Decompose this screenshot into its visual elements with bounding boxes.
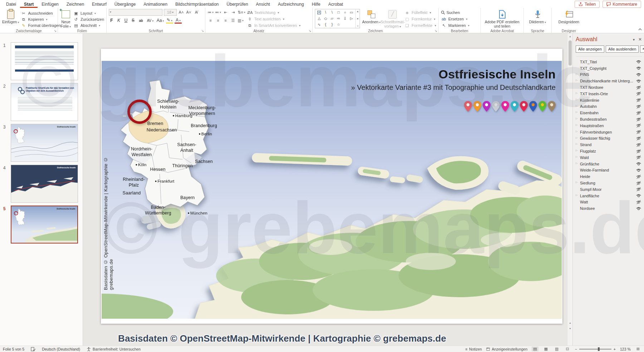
selection-item[interactable]: ▷Flugplatz xyxy=(576,148,642,154)
shape-icon-1[interactable]: \ xyxy=(325,11,326,14)
map-pin-icon-7[interactable] xyxy=(529,101,537,114)
expander-icon[interactable]: ▷ xyxy=(576,79,577,82)
ribbon-tab-überprüfen[interactable]: Überprüfen xyxy=(223,1,252,8)
eye-off-icon[interactable] xyxy=(635,117,642,122)
eye-off-icon[interactable] xyxy=(635,98,642,102)
eye-off-icon[interactable] xyxy=(635,130,642,134)
expander-icon[interactable]: ▷ xyxy=(576,162,577,165)
slide-page[interactable]: Schleswig- HolsteinMecklenburg- Vorpomme… xyxy=(101,49,562,324)
move-up-button[interactable]: ▲ xyxy=(640,45,644,53)
map-pin-icon-0[interactable] xyxy=(464,101,472,114)
slide-thumbnail-5-current[interactable]: Ostfriesische Inseln xyxy=(11,206,78,243)
expander-icon[interactable]: ▷ xyxy=(576,105,577,107)
decrease-indent-icon[interactable]: ⇤ xyxy=(223,9,229,15)
selection-item[interactable]: Sumpf-Moor xyxy=(576,186,642,193)
text-direction-button[interactable]: ⇵ATextrichtung xyxy=(247,10,301,15)
selection-item[interactable]: TXT_Copyright xyxy=(576,65,642,72)
shape-icon-8[interactable]: ▱ xyxy=(331,17,333,20)
ribbon-tab-start[interactable]: Start xyxy=(20,1,38,8)
shape-outline-button[interactable]: ▢Formkontur xyxy=(404,16,436,22)
close-icon[interactable]: ✕ xyxy=(638,37,642,42)
selection-item[interactable]: ▷Fährverbindungen xyxy=(576,129,642,135)
selection-item[interactable]: Nordsee xyxy=(576,205,642,212)
slideshow-button[interactable]: ⊡ xyxy=(565,347,571,351)
scroll-up-button[interactable]: ▲ xyxy=(567,33,573,39)
eye-off-icon[interactable] xyxy=(635,149,642,154)
scroll-up-icon[interactable]: ▲ xyxy=(356,10,359,13)
dialog-launcher-icon[interactable]: ↘ xyxy=(201,29,204,33)
eye-icon[interactable] xyxy=(635,72,642,77)
find-button[interactable]: Suchen xyxy=(441,10,469,15)
font-color-button[interactable]: A xyxy=(175,18,182,24)
expander-icon[interactable]: ▷ xyxy=(576,92,577,95)
font-size-combobox[interactable]: 18 xyxy=(164,9,177,16)
highlight-color-button[interactable]: ✎ xyxy=(166,18,173,24)
dialog-launcher-icon[interactable]: ↘ xyxy=(308,29,311,33)
collapse-ribbon-button[interactable] xyxy=(638,25,642,32)
expander-icon[interactable]: ▷ xyxy=(576,73,577,76)
eye-icon[interactable] xyxy=(635,168,642,173)
quick-styles-button[interactable]: Schnellformat-vorlagen xyxy=(382,9,402,28)
zoom-slider-knob[interactable] xyxy=(598,347,600,351)
shape-fill-button[interactable]: ◈Fülleffekt xyxy=(404,10,436,15)
normal-view-button[interactable]: ▤ xyxy=(532,347,538,351)
selection-item[interactable]: ▷Grünfläche xyxy=(576,161,642,167)
pane-options-icon[interactable]: ▾ xyxy=(633,38,635,42)
show-all-button[interactable]: Alle anzeigen xyxy=(576,45,604,53)
selection-item[interactable]: ▷Gewässer flächig xyxy=(576,135,642,142)
dialog-launcher-icon[interactable]: ↘ xyxy=(54,29,57,33)
layout-button[interactable]: ▣Layout xyxy=(73,10,104,16)
shape-icon-12[interactable]: ∿ xyxy=(318,23,321,26)
align-left-icon[interactable]: ≡ xyxy=(208,18,214,23)
eye-off-icon[interactable] xyxy=(635,143,642,147)
shape-icon-0[interactable]: A xyxy=(317,11,321,14)
line-spacing-icon[interactable]: ⇅≡ xyxy=(238,9,245,15)
slide-thumbnail-4[interactable]: Ostfriesische Inseln xyxy=(11,165,78,203)
ribbon-tab-animationen[interactable]: Animationen xyxy=(140,1,171,8)
expander-icon[interactable]: ▷ xyxy=(576,117,577,120)
eye-off-icon[interactable] xyxy=(635,181,642,185)
ribbon-tab-datei[interactable]: Datei xyxy=(2,1,20,8)
shrink-font-icon[interactable]: A˅ xyxy=(186,9,192,15)
zoom-in-button[interactable]: + xyxy=(614,347,616,351)
expander-icon[interactable]: ▷ xyxy=(576,155,577,158)
share-button[interactable]: Teilen xyxy=(575,1,600,8)
expander-icon[interactable]: ▷ xyxy=(576,143,577,145)
dialog-launcher-icon[interactable]: ↘ xyxy=(434,29,437,33)
selection-item[interactable]: ▷Siedlung xyxy=(576,180,642,186)
arrange-button[interactable]: Anordnen xyxy=(361,9,381,28)
slide-thumbnail-1[interactable] xyxy=(11,42,78,80)
zoom-level[interactable]: 123 % xyxy=(620,347,631,351)
expander-icon[interactable]: ▷ xyxy=(576,98,577,101)
justify-icon[interactable]: ☰ xyxy=(230,18,236,23)
ribbon-tab-entwurf[interactable]: Entwurf xyxy=(88,1,111,8)
shape-effects-button[interactable]: ❑Formeffekte xyxy=(404,23,436,28)
expander-icon[interactable]: ▷ xyxy=(576,181,577,184)
shape-icon-13[interactable]: { xyxy=(325,23,326,26)
select-button[interactable]: ↖Markieren xyxy=(441,23,469,28)
selection-item[interactable]: ▷Autobahn xyxy=(576,103,642,110)
previous-slide-button[interactable]: ▲ xyxy=(567,320,573,326)
selection-item[interactable]: TXT Nordsee xyxy=(576,84,642,91)
align-center-icon[interactable]: ≡ xyxy=(215,18,221,23)
scroll-down-icon[interactable]: ▼ xyxy=(356,18,359,20)
accessibility-button[interactable]: Barrierefreiheit: Untersuchen xyxy=(87,347,141,351)
cut-button[interactable]: ✂Ausschneiden xyxy=(20,10,60,16)
columns-icon[interactable]: ▥ xyxy=(238,18,244,23)
expander-icon[interactable]: ▷ xyxy=(576,130,577,133)
selection-item[interactable]: ▷Deutschlandkarte mit Unterg... xyxy=(576,78,642,84)
canvas-scrollbar[interactable]: ▲ ▲ ▼ xyxy=(567,33,572,346)
shape-icon-15[interactable]: ☆ xyxy=(337,23,340,26)
slide-thumbnail-3[interactable]: Ostfriesische Inseln xyxy=(11,124,78,162)
eye-off-icon[interactable] xyxy=(635,136,642,141)
language-button[interactable]: Deutsch (Deutschland) xyxy=(42,347,80,351)
slide-title-block[interactable]: Ostfriesische Inseln » Vektorkarte Varia… xyxy=(351,67,556,92)
ribbon-tab-einfügen[interactable]: Einfügen xyxy=(38,1,62,8)
selection-item[interactable]: ▷Eisenbahn xyxy=(576,110,642,116)
shape-icon-7[interactable]: ◇ xyxy=(324,17,327,20)
align-right-icon[interactable]: ≡ xyxy=(223,18,229,23)
shape-icon-10[interactable]: ⇩ xyxy=(343,17,346,20)
replace-button[interactable]: abErsetzen xyxy=(441,16,469,22)
selection-item[interactable]: Heide xyxy=(576,173,642,180)
dictate-button[interactable]: Diktieren xyxy=(528,9,548,28)
